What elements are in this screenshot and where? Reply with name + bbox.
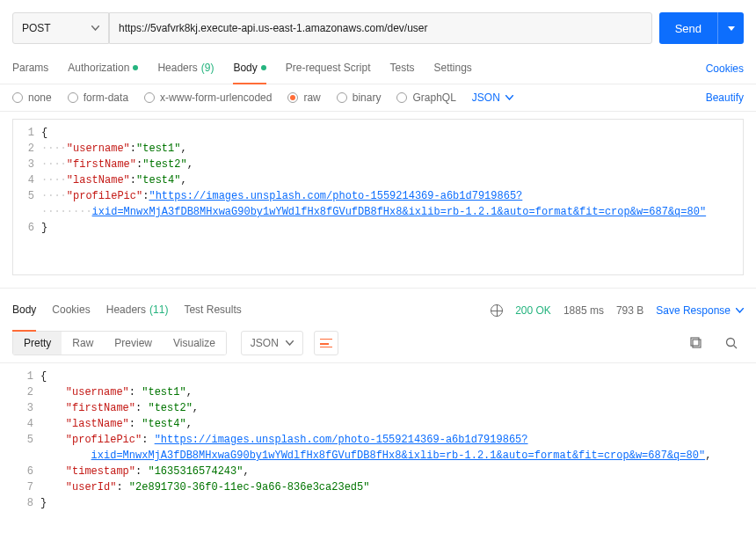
tab-prerequest[interactable]: Pre-request Script [286,53,371,84]
status-code: 200 OK [515,304,551,317]
send-button[interactable]: Send [659,12,717,44]
view-pretty[interactable]: Pretty [13,332,62,355]
cookies-link[interactable]: Cookies [706,62,744,75]
chevron-down-icon [286,340,294,346]
svg-rect-0 [693,340,701,347]
chevron-down-icon [736,308,744,313]
response-tab-testresults[interactable]: Test Results [184,297,241,324]
wrap-lines-icon [320,339,332,347]
radio-icon [287,92,298,103]
radio-icon [396,92,407,103]
response-format-dropdown[interactable]: JSON [241,331,303,355]
radio-urlencoded[interactable]: x-www-form-urlencoded [144,91,272,104]
radio-icon [337,92,347,103]
radio-icon [68,92,78,103]
copy-icon [690,337,702,349]
wrap-lines-button[interactable] [314,331,338,355]
svg-point-2 [727,339,735,347]
view-raw[interactable]: Raw [62,332,104,355]
radio-none[interactable]: none [12,91,52,104]
svg-line-3 [734,346,738,349]
search-button[interactable] [719,331,744,355]
method-value: POST [22,22,51,34]
tab-authorization[interactable]: Authorization [68,53,138,84]
radio-binary[interactable]: binary [337,91,382,104]
view-visualize[interactable]: Visualize [163,332,226,355]
tab-tests[interactable]: Tests [389,53,414,84]
view-preview[interactable]: Preview [104,332,163,355]
chevron-down-icon [728,26,735,31]
radio-formdata[interactable]: form-data [68,91,128,104]
response-tab-cookies[interactable]: Cookies [52,297,90,324]
response-body-viewer[interactable]: 1{ 2 "username": "test1", 3 "firstName":… [12,369,744,511]
chevron-down-icon [91,26,99,31]
search-icon [725,337,738,349]
url-input[interactable] [109,12,652,44]
send-dropdown-button[interactable] [717,12,744,44]
method-select[interactable]: POST [12,12,109,44]
radio-raw[interactable]: raw [287,91,320,104]
tab-settings[interactable]: Settings [434,53,472,84]
chevron-down-icon [505,95,513,100]
response-time: 1885 ms [563,304,604,317]
dot-indicator-icon [261,65,266,70]
svg-rect-1 [691,338,699,346]
radio-icon [144,92,155,103]
dot-indicator-icon [133,65,138,70]
beautify-link[interactable]: Beautify [706,91,744,104]
response-tab-body[interactable]: Body [12,297,36,324]
response-tab-headers[interactable]: Headers(11) [106,297,169,324]
tab-params[interactable]: Params [12,53,48,84]
tab-headers[interactable]: Headers(9) [157,53,214,84]
globe-icon[interactable] [491,304,503,317]
view-mode-segment: Pretty Raw Preview Visualize [12,331,227,355]
radio-icon [12,92,23,103]
copy-button[interactable] [684,331,709,355]
request-body-editor[interactable]: 1{ 2····"username":"test1", 3····"firstN… [12,119,744,275]
save-response-dropdown[interactable]: Save Response [656,304,744,317]
response-size: 793 B [616,304,643,317]
radio-graphql[interactable]: GraphQL [396,91,455,104]
tab-body[interactable]: Body [233,53,265,84]
body-format-dropdown[interactable]: JSON [472,91,513,104]
